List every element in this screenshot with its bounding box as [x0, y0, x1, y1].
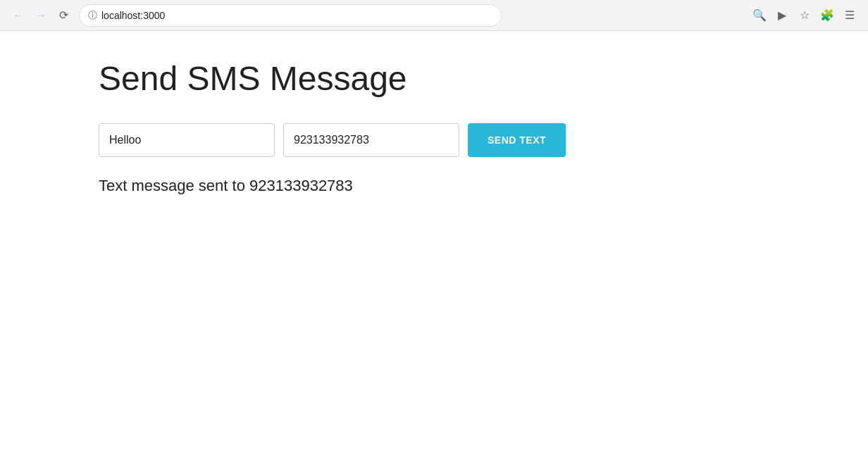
browser-chrome: ← → ⟳ ⓘ localhost:3000 🔍 ▶ ☆ 🧩 ☰: [0, 0, 868, 31]
extensions-button[interactable]: 🧩: [817, 6, 837, 25]
send-text-button[interactable]: SEND TEXT: [468, 123, 566, 157]
back-button[interactable]: ←: [8, 6, 28, 25]
cast-button[interactable]: ▶: [772, 6, 792, 25]
url-text: localhost:3000: [101, 10, 165, 21]
secure-icon: ⓘ: [88, 9, 97, 22]
reload-button[interactable]: ⟳: [54, 6, 73, 25]
status-message: Text message sent to 923133932783: [99, 177, 769, 195]
page-title: Send SMS Message: [99, 59, 769, 98]
message-input[interactable]: [99, 123, 275, 157]
page-content: Send SMS Message SEND TEXT Text message …: [0, 31, 868, 452]
nav-buttons: ← → ⟳: [8, 6, 73, 25]
address-bar[interactable]: ⓘ localhost:3000: [79, 4, 502, 27]
forward-button[interactable]: →: [31, 6, 51, 25]
bookmark-button[interactable]: ☆: [795, 6, 814, 25]
toolbar-icons: 🔍 ▶ ☆ 🧩 ☰: [750, 6, 860, 25]
menu-button[interactable]: ☰: [840, 6, 860, 25]
form-row: SEND TEXT: [99, 123, 769, 157]
zoom-button[interactable]: 🔍: [750, 6, 769, 25]
phone-input[interactable]: [283, 123, 459, 157]
